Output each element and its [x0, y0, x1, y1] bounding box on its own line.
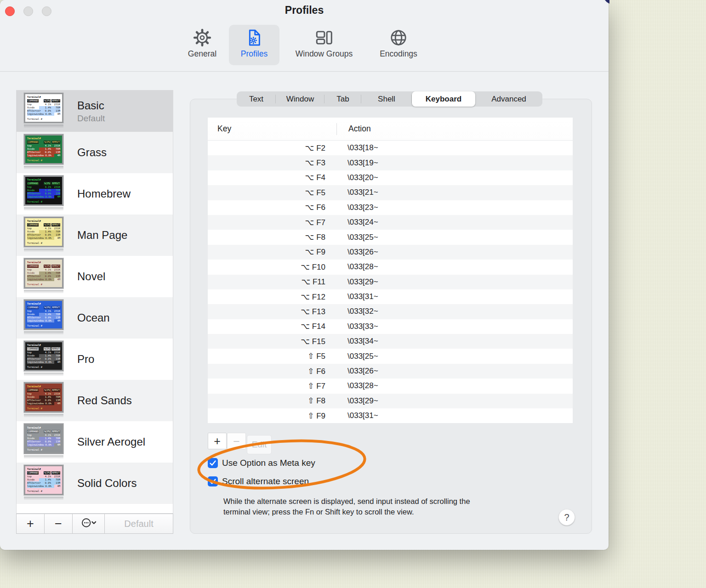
keyboard-mapping-row[interactable]: ⇧ F6\033[26~ — [208, 364, 573, 379]
toolbar-item-general[interactable]: General — [179, 25, 225, 65]
keyboard-mapping-row[interactable]: ⌥ F12\033[31~ — [208, 289, 573, 304]
key-cell: ⌥ F7 — [208, 218, 325, 227]
checkbox-label: Use Option as Meta key — [222, 458, 315, 468]
action-cell: \033[31~ — [347, 411, 378, 420]
toolbar-item-label: Encodings — [380, 49, 417, 59]
key-cell: ⌥ F15 — [208, 337, 325, 346]
thumbnail-reflection — [24, 373, 63, 376]
keyboard-mapping-row[interactable]: ⌥ F13\033[32~ — [208, 304, 573, 319]
thumbnail-reflection — [24, 290, 63, 294]
profile-row-pro[interactable]: Terminal#COMMAND%CPURPRVTtop4.1%231KXcod… — [17, 339, 173, 380]
thumbnail-reflection — [24, 124, 63, 128]
profile-thumbnail: Terminal#COMMAND%CPURPRVTtop4.1%231KXcod… — [24, 258, 64, 295]
keyboard-mapping-row[interactable]: ⇧ F5\033[25~ — [208, 349, 573, 363]
edit-key-button[interactable]: Edit — [247, 435, 272, 454]
tab-tab[interactable]: Tab — [325, 91, 361, 107]
key-cell: ⌥ F2 — [208, 143, 325, 153]
profile-thumbnail-terminal: Terminal#COMMAND%CPURPRVTtop4.1%231KXcod… — [25, 177, 62, 204]
profile-name: Grass — [77, 146, 107, 159]
tab-text[interactable]: Text — [237, 91, 276, 107]
add-profile-button[interactable]: + — [17, 514, 45, 533]
keyboard-shortcut-table: Key Action ⌥ F2\033[18~⌥ F3\033[19~⌥ F4\… — [208, 118, 573, 423]
keyboard-mapping-row[interactable]: ⌥ F9\033[26~ — [208, 245, 573, 260]
tab-advanced[interactable]: Advanced — [475, 91, 542, 107]
toolbar-item-encodings[interactable]: Encodings — [371, 25, 426, 65]
profile-thumbnail: Terminal#COMMAND%CPURPRVTtop4.1%231KXcod… — [24, 175, 64, 212]
keyboard-mapping-row[interactable]: ⌥ F15\033[34~ — [208, 334, 573, 349]
keyboard-mapping-row[interactable]: ⌥ F6\033[23~ — [208, 200, 573, 215]
key-cell: ⌥ F8 — [208, 232, 325, 242]
toolbar-item-label: Window Groups — [296, 49, 353, 59]
thumbnail-reflection — [24, 455, 63, 459]
default-button[interactable]: Default — [105, 514, 173, 533]
action-cell: \033[25~ — [347, 233, 378, 242]
profile-document-icon — [245, 27, 264, 49]
profile-name: Silver Aerogel — [77, 435, 145, 448]
profile-row-novel[interactable]: Terminal#COMMAND%CPURPRVTtop4.1%231KXcod… — [17, 256, 173, 297]
key-cell: ⌥ F5 — [208, 188, 325, 198]
help-button[interactable]: ? — [558, 509, 575, 526]
thumbnail-reflection — [24, 497, 63, 500]
profile-row-grass[interactable]: Terminal#COMMAND%CPURPRVTtop4.1%231KXcod… — [17, 132, 173, 173]
add-key-button[interactable]: + — [208, 433, 227, 449]
action-cell: \033[28~ — [347, 381, 378, 390]
key-cell: ⌥ F12 — [208, 292, 325, 302]
tab-window[interactable]: Window — [276, 91, 325, 107]
keyboard-mapping-row[interactable]: ⌥ F11\033[29~ — [208, 275, 573, 289]
profile-name: Novel — [77, 270, 105, 283]
key-cell: ⌥ F4 — [208, 173, 325, 182]
keyboard-mapping-row[interactable]: ⇧ F7\033[28~ — [208, 379, 573, 393]
toolbar-item-profiles[interactable]: Profiles — [229, 25, 279, 65]
key-cell: ⇧ F9 — [208, 411, 325, 421]
profile-row-man-page[interactable]: Terminal#COMMAND%CPURPRVTtop4.1%231KXcod… — [17, 215, 173, 256]
column-divider[interactable] — [336, 123, 337, 135]
key-cell: ⇧ F8 — [208, 396, 325, 406]
key-cell: ⌥ F14 — [208, 322, 325, 331]
profile-row-ocean[interactable]: Terminal#COMMAND%CPURPRVTtop4.1%231KXcod… — [17, 297, 173, 339]
checkbox-use-option-as-meta-key[interactable]: Use Option as Meta key — [208, 458, 315, 468]
window-title: Profiles — [0, 4, 609, 17]
profile-row-red-sands[interactable]: Terminal#COMMAND%CPURPRVTtop4.1%231KXcod… — [17, 380, 173, 421]
profile-thumbnail-terminal: Terminal#COMMAND%CPURPRVTtop4.1%231KXcod… — [25, 301, 62, 328]
keyboard-mapping-row[interactable]: ⌥ F7\033[24~ — [208, 215, 573, 230]
remove-key-button[interactable]: − — [227, 433, 246, 449]
profile-row-basic[interactable]: Terminal#COMMAND%CPURPRVTtop4.1%231KXcod… — [17, 90, 173, 132]
more-options-button[interactable] — [73, 514, 105, 533]
profile-row-solid-colors[interactable]: Terminal#COMMAND%CPURPRVTtop4.1%231KXcod… — [17, 463, 173, 504]
keyboard-mapping-row[interactable]: ⌥ F14\033[33~ — [208, 319, 573, 334]
tab-bar: TextWindowTabShellKeyboardAdvanced — [237, 91, 542, 107]
action-cell: \033[19~ — [347, 158, 378, 168]
keyboard-mapping-row[interactable]: ⌥ F2\033[18~ — [208, 141, 573, 155]
toolbar-item-window-groups[interactable]: Window Groups — [285, 25, 363, 65]
profile-thumbnail-terminal: Terminal#COMMAND%CPURPRVTtop4.1%231KXcod… — [25, 94, 62, 122]
action-cell: \033[34~ — [347, 337, 378, 346]
remove-profile-button[interactable]: − — [45, 514, 73, 533]
keyboard-mapping-row[interactable]: ⌥ F10\033[28~ — [208, 260, 573, 274]
thumbnail-reflection — [24, 166, 63, 170]
column-header-key: Key — [217, 124, 231, 134]
preferences-window: Profiles GeneralProfilesWindow GroupsEnc… — [0, 0, 609, 550]
profile-row-homebrew[interactable]: Terminal#COMMAND%CPURPRVTtop4.1%231KXcod… — [17, 173, 173, 215]
tab-shell[interactable]: Shell — [361, 91, 412, 107]
profile-name: Red Sands — [77, 394, 132, 407]
scroll-alternate-screen-help-text: While the alternate screen is displayed,… — [223, 496, 536, 517]
keyboard-mapping-row[interactable]: ⌥ F3\033[19~ — [208, 155, 573, 170]
profile-thumbnail-terminal: Terminal#COMMAND%CPURPRVTtop4.1%231KXcod… — [25, 136, 62, 163]
checkbox-scroll-alternate-screen[interactable]: Scroll alternate screen — [208, 476, 309, 486]
profile-name: Basic — [77, 99, 105, 112]
action-cell: \033[32~ — [347, 307, 378, 316]
keyboard-mapping-row[interactable]: ⌥ F8\033[25~ — [208, 230, 573, 244]
profile-thumbnail-terminal: Terminal#COMMAND%CPURPRVTtop4.1%231KXcod… — [25, 260, 62, 287]
checkbox-label: Scroll alternate screen — [222, 476, 309, 486]
tab-keyboard[interactable]: Keyboard — [412, 91, 475, 107]
action-cell: \033[20~ — [347, 173, 378, 182]
keyboard-mapping-row[interactable]: ⌥ F4\033[20~ — [208, 170, 573, 185]
keyboard-mapping-row[interactable]: ⌥ F5\033[21~ — [208, 185, 573, 200]
gear-icon — [193, 27, 212, 49]
keyboard-mapping-row[interactable]: ⇧ F8\033[29~ — [208, 394, 573, 408]
keyboard-mapping-row[interactable]: ⇧ F9\033[31~ — [208, 408, 573, 423]
thumbnail-reflection — [24, 331, 63, 335]
profile-row-silver-aerogel[interactable]: Terminal#COMMAND%CPURPRVTtop4.1%231KXcod… — [17, 421, 173, 463]
profile-thumbnail: Terminal#COMMAND%CPURPRVTtop4.1%231KXcod… — [24, 382, 64, 419]
thumbnail-reflection — [24, 207, 63, 211]
